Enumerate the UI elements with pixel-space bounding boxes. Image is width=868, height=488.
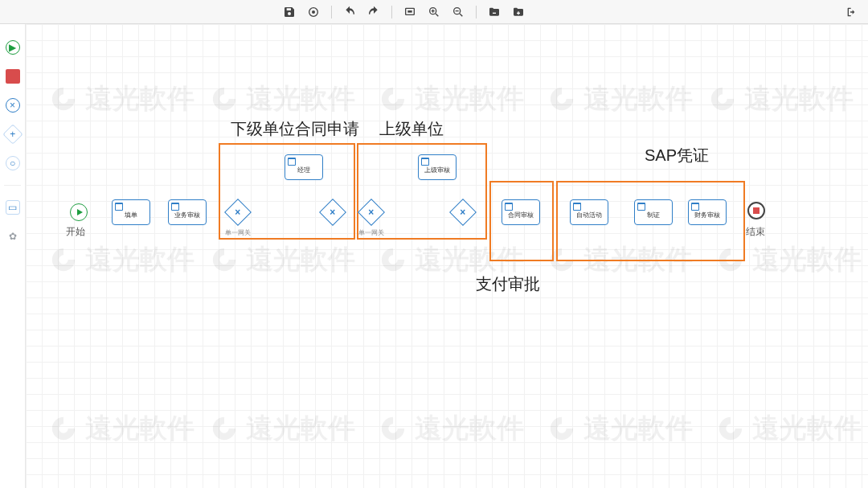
user-task-icon <box>421 158 429 166</box>
palette-subprocess[interactable]: ○ <box>6 156 20 170</box>
node-start[interactable] <box>70 203 88 221</box>
left-palette: ▶ × + ○ ▭ ✿ <box>0 24 26 488</box>
node-auto-activity[interactable]: 自动活动 <box>570 199 608 225</box>
watermark: 遠光軟件 <box>709 80 854 117</box>
node-gateway-1-label: 单一网关 <box>225 228 251 237</box>
node-label: 业务审核 <box>174 211 200 219</box>
node-label: 财务审核 <box>694 211 720 219</box>
node-start-label: 开始 <box>66 225 85 239</box>
node-end[interactable] <box>747 202 765 219</box>
node-biz-review[interactable]: 业务审核 <box>168 199 207 225</box>
toolbar-center <box>283 6 525 18</box>
palette-end-event[interactable] <box>6 69 20 84</box>
zoom-out-icon[interactable] <box>452 6 465 18</box>
toolbar-right <box>845 6 858 18</box>
svg-rect-3 <box>407 10 411 13</box>
folder-add-icon[interactable] <box>512 6 525 18</box>
palette-start-event[interactable]: ▶ <box>6 40 20 55</box>
watermark: 遠光軟件 <box>211 80 355 117</box>
palette-cancel[interactable]: × <box>6 98 20 113</box>
flow-canvas[interactable]: 遠光軟件 遠光軟件 遠光軟件 遠光軟件 遠光軟件 遠光軟件 遠光軟件 遠光軟件 … <box>26 24 868 488</box>
node-label: 填单 <box>125 211 137 219</box>
annotation-label-lower-unit: 下级单位合同申请 <box>231 118 359 140</box>
palette-settings[interactable]: ✿ <box>6 229 20 244</box>
annotation-label-pay-approve: 支付审批 <box>476 273 540 295</box>
user-task-icon <box>171 203 179 211</box>
watermark: 遠光軟件 <box>717 410 862 447</box>
user-task-icon <box>115 203 123 211</box>
watermark: 遠光軟件 <box>50 410 194 447</box>
annotation-label-sap-voucher: SAP凭证 <box>645 145 709 166</box>
node-end-label: 结束 <box>746 225 765 239</box>
save-icon[interactable] <box>283 6 296 18</box>
node-superior-review[interactable]: 上级审核 <box>418 154 457 180</box>
user-task-icon <box>573 203 581 211</box>
watermark: 遠光軟件 <box>211 410 355 447</box>
node-gateway-3-label: 单一网关 <box>358 228 384 237</box>
folder-open-icon[interactable] <box>488 6 501 18</box>
user-task-icon <box>637 203 645 211</box>
watermark: 遠光軟件 <box>548 80 693 117</box>
node-label: 经理 <box>297 166 310 174</box>
user-task-icon <box>505 203 513 211</box>
target-icon[interactable] <box>307 6 320 18</box>
node-voucher[interactable]: 制证 <box>634 199 673 225</box>
top-toolbar <box>0 0 868 24</box>
watermark: 遠光軟件 <box>379 410 524 447</box>
node-manager[interactable]: 经理 <box>285 154 323 180</box>
annotation-label-upper-unit: 上级单位 <box>379 118 444 140</box>
watermark: 遠光軟件 <box>211 241 355 278</box>
watermark: 遠光軟件 <box>548 410 693 447</box>
node-label: 制证 <box>647 211 660 219</box>
user-task-icon <box>288 158 296 166</box>
watermark: 遠光軟件 <box>50 241 194 278</box>
svg-point-1 <box>312 10 315 14</box>
toolbar-separator <box>331 6 332 18</box>
watermark: 遠光軟件 <box>50 80 194 117</box>
palette-document[interactable]: ▭ <box>6 200 20 215</box>
redo-icon[interactable] <box>367 6 380 18</box>
node-label: 自动活动 <box>576 211 602 219</box>
zoom-in-icon[interactable] <box>428 6 440 18</box>
undo-icon[interactable] <box>343 6 356 18</box>
node-label: 上级审核 <box>424 166 450 174</box>
user-task-icon <box>691 203 699 211</box>
palette-gateway[interactable]: + <box>2 124 23 144</box>
exit-icon[interactable] <box>845 6 858 18</box>
node-fill-form[interactable]: 填单 <box>112 199 150 225</box>
palette-separator <box>4 185 22 186</box>
node-contract-review[interactable]: 合同审核 <box>502 199 540 225</box>
node-finance-review[interactable]: 财务审核 <box>688 199 727 225</box>
toolbar-separator <box>391 6 392 18</box>
fit-screen-icon[interactable] <box>403 6 416 18</box>
node-label: 合同审核 <box>508 211 534 219</box>
watermark: 遠光軟件 <box>379 80 524 117</box>
toolbar-separator <box>476 6 477 18</box>
